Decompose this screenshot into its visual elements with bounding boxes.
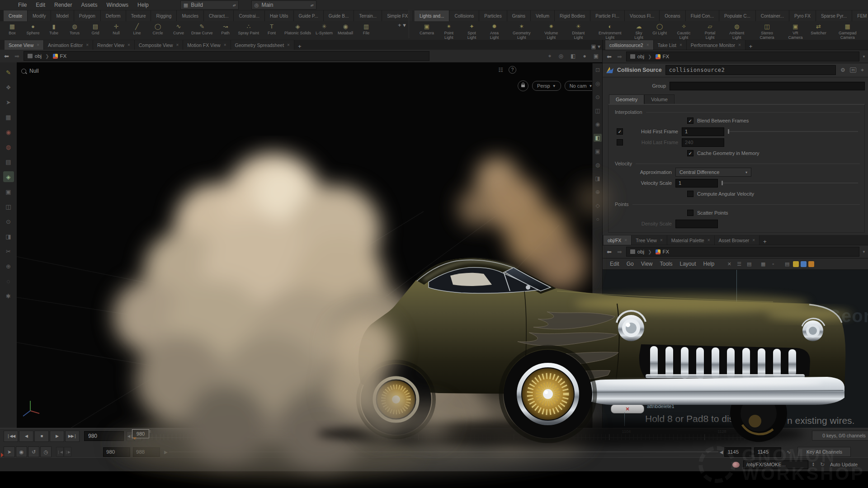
transport-button[interactable]: ▶ bbox=[50, 431, 64, 442]
shelf-tool[interactable]: ✧ Caustic Light bbox=[670, 23, 698, 40]
network-canvas[interactable]: Edition Geometry blast5 not G-4 vert3 ✕ … bbox=[603, 270, 868, 427]
tool-state-icon[interactable]: ▣ bbox=[3, 186, 14, 197]
shelf-tool[interactable]: ▦ Box bbox=[2, 23, 23, 36]
list-icon[interactable]: ▤ bbox=[745, 260, 753, 267]
auto-update-selector[interactable]: Auto Update bbox=[830, 462, 858, 467]
display-mode-icon[interactable]: ⊙ bbox=[594, 93, 602, 101]
tab-close-icon[interactable]: × bbox=[176, 42, 179, 47]
shelf-tool[interactable]: ◍ Torus bbox=[64, 23, 85, 36]
menu-item[interactable]: File bbox=[14, 0, 31, 10]
forward-arrow-icon[interactable]: ➡ bbox=[616, 249, 623, 255]
shelf-tab[interactable]: Hair Utils bbox=[265, 10, 294, 21]
shelf-tab[interactable]: Polygon bbox=[74, 10, 101, 21]
chevron-down-icon[interactable]: ▼ bbox=[862, 250, 866, 254]
transport-button[interactable]: ❘◀◀ bbox=[4, 431, 18, 442]
gear-icon[interactable]: ⚙ bbox=[840, 67, 846, 73]
shelf-tab[interactable]: Model bbox=[51, 10, 74, 21]
tool-state-icon[interactable]: ◫ bbox=[3, 201, 14, 212]
desktop-selector[interactable]: ▦ Build ▴▾ bbox=[180, 0, 239, 9]
scatter-points-checkbox[interactable] bbox=[687, 210, 693, 216]
shelf-tab[interactable]: Vellum bbox=[531, 10, 555, 21]
playbar-option-icon[interactable]: ↺ bbox=[28, 446, 39, 457]
network-menu-item[interactable]: Help bbox=[700, 261, 718, 267]
shelf-tab[interactable]: Create bbox=[4, 10, 28, 21]
shelf-tool[interactable]: ☀ Distant Light bbox=[565, 23, 592, 40]
shelf-tool[interactable]: ◯ GI Light bbox=[649, 23, 670, 36]
chevron-down-icon[interactable]: ▼ bbox=[862, 55, 866, 59]
approximation-dropdown[interactable]: Central Difference ▾ bbox=[675, 168, 751, 177]
hold-last-frame-field[interactable]: 240 bbox=[682, 138, 724, 147]
shelf-tab[interactable]: Viscous Fl... bbox=[625, 10, 660, 21]
tool-state-icon[interactable]: ◍ bbox=[3, 141, 14, 152]
tab-close-icon[interactable]: × bbox=[679, 42, 682, 47]
recook-icon[interactable]: ↻ bbox=[818, 461, 826, 468]
forward-arrow-icon[interactable]: ➡ bbox=[13, 53, 21, 60]
params-breadcrumb[interactable]: obj ❯ FX bbox=[626, 52, 859, 61]
pane-tab-add-button[interactable]: + bbox=[294, 43, 305, 50]
range-step-back[interactable]: ❘◀ bbox=[56, 447, 64, 457]
network-menu-item[interactable]: Layout bbox=[676, 261, 700, 267]
shelf-tool[interactable]: ✳ L-System bbox=[313, 23, 335, 36]
pane-tab[interactable]: collisionsource2 × bbox=[605, 40, 654, 50]
scene-viewport[interactable]: Null ☷ ? Persp ▼ No cam ▼ bbox=[17, 62, 602, 428]
back-arrow-icon[interactable]: ⬅ bbox=[3, 53, 10, 60]
transport-button[interactable]: ■ bbox=[34, 431, 49, 442]
pane-tab[interactable]: Composite View × bbox=[135, 40, 184, 50]
shelf-tab[interactable]: Rigid Bodies bbox=[555, 10, 590, 21]
shelf-tool[interactable]: T Font bbox=[261, 23, 282, 36]
shelf-tool[interactable]: ▱ Portal Light bbox=[698, 23, 722, 40]
shelf-tool[interactable]: ◉ Metaball bbox=[335, 23, 356, 36]
tab-close-icon[interactable]: × bbox=[738, 42, 741, 47]
shelf-tool[interactable]: ◐ Environment Light bbox=[592, 23, 628, 40]
shelf-tab[interactable]: FEM bbox=[852, 10, 868, 21]
help-icon[interactable]: ? bbox=[509, 66, 516, 74]
view-menu-button[interactable]: Persp ▼ bbox=[532, 81, 561, 91]
keys-status-button[interactable]: 0 keys, 0/0 channels bbox=[812, 431, 868, 441]
shelf-tool[interactable]: ✶ Geometry Light bbox=[506, 23, 538, 40]
display-mode-icon[interactable]: ◇ bbox=[594, 202, 602, 210]
network-menu-item[interactable]: Edit bbox=[606, 261, 623, 267]
tool-state-icon[interactable]: ✂ bbox=[3, 246, 14, 257]
display-mode-icon[interactable]: ⊕ bbox=[594, 188, 602, 196]
tab-close-icon[interactable]: × bbox=[127, 42, 130, 47]
playbar-option-icon[interactable]: ◷ bbox=[40, 446, 52, 457]
display-mode-icon[interactable]: ◉ bbox=[594, 120, 602, 128]
shelf-tool[interactable]: ▣ VR Camera bbox=[783, 23, 808, 40]
shelf-tab[interactable]: Guide P... bbox=[294, 10, 324, 21]
spinner-icon[interactable]: ▲▼ bbox=[812, 462, 815, 467]
tab-close-icon[interactable]: × bbox=[752, 238, 755, 243]
shelf-tool[interactable]: ☁ Sky Light bbox=[628, 23, 649, 40]
playback-range-bar[interactable] bbox=[169, 451, 718, 452]
range-step-forward[interactable]: ❘▶ bbox=[64, 447, 71, 457]
shelf-tool[interactable]: ✷ Volume Light bbox=[538, 23, 565, 40]
shelf-tool[interactable]: ╱ Line bbox=[127, 23, 147, 36]
range-handle-left-icon[interactable]: ▶ bbox=[163, 450, 169, 455]
shelf-tab[interactable]: Populate C... bbox=[719, 10, 756, 21]
display-mode-icon[interactable]: ◫ bbox=[594, 107, 602, 115]
tab-close-icon[interactable]: × bbox=[708, 238, 710, 243]
shelf-tool[interactable]: ∴ Spray Paint bbox=[236, 23, 262, 36]
shelf-tab[interactable]: Particle Fl... bbox=[590, 10, 625, 21]
shelf-tab[interactable]: Fluid Con... bbox=[686, 10, 719, 21]
viewport-tool-icon[interactable]: ▣ bbox=[592, 53, 600, 59]
pane-tab[interactable]: Animation Editor × bbox=[44, 40, 93, 50]
network-editor[interactable]: obj/FX × Tree View × Material Palette × … bbox=[602, 235, 868, 428]
display-mode-icon[interactable]: ◍ bbox=[594, 161, 602, 169]
shelf-tab[interactable]: Collisions bbox=[449, 10, 479, 21]
pane-tab[interactable]: Render View × bbox=[93, 40, 135, 50]
shelf-tab[interactable]: Grains bbox=[507, 10, 531, 21]
shelf-tab[interactable]: Oceans bbox=[660, 10, 685, 21]
shelf-tool[interactable]: ↝ Path bbox=[215, 23, 236, 36]
dashed-grid-icon[interactable]: ▫ bbox=[769, 260, 777, 267]
shelf-tool[interactable]: ▣ Camera bbox=[416, 23, 437, 36]
hierarchy-icon[interactable]: ☰ bbox=[735, 260, 743, 267]
shelf-tool[interactable]: ✦ Spot Light bbox=[461, 23, 483, 40]
shelf-tab[interactable]: Container... bbox=[756, 10, 789, 21]
tool-state-icon[interactable]: ❖ bbox=[3, 82, 14, 93]
shelf-tool[interactable]: ▮ Tube bbox=[43, 23, 64, 36]
display-mode-icon[interactable]: ◎ bbox=[594, 80, 602, 88]
viewport-tool-icon[interactable]: ◧ bbox=[569, 53, 577, 59]
current-frame-field[interactable]: 980 bbox=[84, 431, 124, 441]
timeline[interactable]: 984100810321056108011041128 980 bbox=[132, 429, 856, 441]
pane-tab[interactable]: Material Palette × bbox=[667, 235, 715, 245]
